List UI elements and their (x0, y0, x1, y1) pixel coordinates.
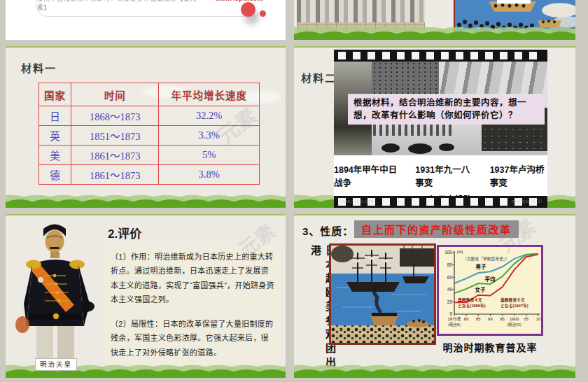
slide-info-partial: 使用中直接删除本页即可！需要更多作品请搜索【聚元素】 www.49pic.com (6, 0, 286, 40)
meiji-emperor-portrait (10, 220, 104, 369)
svg-text:60: 60 (447, 275, 453, 280)
svg-text:1900: 1900 (510, 317, 519, 321)
svg-text:義務教育４年: 義務教育４年 (458, 297, 482, 303)
table-cell: 32.2% (159, 106, 260, 126)
red-dot-small-icon (260, 10, 266, 17)
table-cell: 3.3% (159, 126, 260, 146)
grass-border (6, 192, 286, 208)
svg-text:40: 40 (447, 287, 453, 292)
film-strip: 根据材料，结合明治维新的主要内容，想一想，改革有什么影响（你如何评价它）？ 18… (334, 50, 547, 208)
svg-text:女子: 女子 (475, 286, 486, 293)
slide-paintings-partial (294, 0, 575, 40)
war-event: 1931年九一八事变 (415, 162, 472, 189)
war-event: 1937年卢沟桥事变 (490, 162, 547, 189)
svg-text:0: 0 (449, 311, 452, 316)
svg-text:85: 85 (476, 317, 481, 321)
evaluation-point1: （1）作用：明治维新成为日本历史上的重大转折点。通过明治维新，日本迅速走上了发展… (104, 245, 281, 311)
template-preview-board: 使用中直接删除本页即可！需要更多作品请搜索【聚元素】 www.49pic.com (0, 0, 588, 382)
table-cell: 德 (39, 165, 71, 185)
table-cell: 3.8% (159, 165, 260, 185)
svg-text:80: 80 (447, 262, 453, 267)
nature-title: 3、性质： (302, 223, 354, 238)
historic-photo-collage: 根据材料，结合明治维新的主要内容，想一想，改革有什么影响（你如何评价它）？ (334, 62, 547, 155)
slide-material2: 材料二 根据材料，结合明治维新的主要内容，想一想，改革有什么影响（你如何评价它）… (294, 46, 575, 208)
svg-text:(%): (%) (456, 250, 463, 254)
table-cell: 1861～1873 (71, 146, 159, 165)
film-watermark-right: by:49pic 2020 (511, 199, 542, 204)
svg-text:80: 80 (464, 317, 469, 321)
svg-text:(明治33): (明治33) (507, 322, 522, 327)
svg-text:90: 90 (488, 317, 493, 321)
slide-evaluation: 元素 2.评价 （1）作用：明治维新成为日本历史上的重大转折点。通过明治维新，日… (6, 214, 286, 378)
svg-text:男子: 男子 (476, 264, 486, 270)
film-watermark-left: www.49pic.com (340, 199, 374, 204)
material2-label: 材料二 (301, 70, 337, 85)
departure-painting-large (329, 243, 436, 345)
svg-text:20: 20 (447, 299, 453, 304)
slide-nature: 元素 3、性质： 自上而下的资产阶级性质改革 日本赴欧美参观团出港 (294, 214, 575, 378)
table-row: 德1861～18733.8% (39, 165, 260, 185)
question-box: 根据材料，结合明治维新的主要内容，想一想，改革有什么影响（你如何评价它）？ (348, 94, 545, 125)
evaluation-point2: （2）局限性：日本的改革保留了大量旧制度的残余，军国主义色彩浓厚。它强大起来后，… (104, 312, 281, 365)
table-header-cell: 国家 (39, 83, 71, 106)
svg-text:となる(1886年): となる(1886年) (458, 303, 486, 309)
table-cell: 英 (39, 126, 71, 146)
table-header-cell: 时间 (71, 83, 159, 106)
table-cell: 日 (39, 106, 71, 126)
svg-text:1875年: 1875年 (447, 316, 461, 322)
film-sprocket-bottom: www.49pic.com by:49pic 2020 (334, 196, 547, 208)
growth-table: 国家时间年平均增长速度日1868～187332.2%英1851～18733.3%… (38, 83, 260, 185)
table-row: 美1861～18735% (39, 146, 260, 165)
material1-label: 材料一 (21, 60, 57, 75)
portrait-caption: 明治天皇 (35, 358, 77, 371)
table-cell: 美 (39, 146, 71, 165)
war-event: 1894年甲午中日战争 (334, 162, 398, 189)
table-row: 日1868～187332.2% (39, 106, 260, 126)
grass-border (294, 362, 575, 378)
war-events-line1: 1894年甲午中日战争1931年九一八事变1937年卢沟桥事变 (334, 155, 547, 189)
table-cell: 1851～1873 (71, 126, 159, 146)
grass-border (294, 24, 575, 40)
table-cell: 1868～1873 (71, 106, 159, 126)
slide-material1: 材料一 国家时间年平均增长速度日1868～187332.2%英1851～1873… (6, 46, 286, 208)
svg-text:となる(1907年): となる(1907年) (500, 303, 528, 309)
photo-crowd (372, 62, 439, 94)
svg-text:（文部省『学制百年史』）: （文部省『学制百年史』） (463, 256, 510, 262)
table-row: 英1851～18733.3% (39, 126, 260, 146)
svg-text:平均: 平均 (485, 276, 496, 283)
svg-text:05: 05 (524, 317, 529, 321)
education-rate-chart: 020406080100(%)（文部省『学制百年史』）1875年80859095… (437, 245, 543, 336)
film-sprocket-top (334, 50, 547, 62)
evaluation-title: 2.评价 (108, 224, 141, 241)
table-cell: 5% (159, 146, 260, 165)
table-cell: 1861～1873 (71, 165, 159, 185)
svg-text:10: 10 (536, 317, 541, 321)
events-band: 1894年甲午中日战争1931年九一八事变1937年卢沟桥事变 1945年日本投… (334, 155, 547, 196)
svg-text:100: 100 (444, 250, 452, 255)
red-dot-large-icon (241, 2, 255, 17)
svg-text:95: 95 (500, 317, 505, 321)
table-header-cell: 年平均增长速度 (159, 83, 260, 106)
notice-box: 使用中直接删除本页即可！需要更多作品请搜索【聚元素】 www.49pic.com (36, 0, 263, 17)
usage-notice-text: 使用中直接删除本页即可！需要更多作品请搜索【聚元素】 (37, 0, 202, 12)
svg-text:(明治8): (明治8) (448, 322, 461, 327)
nature-highlight: 自上而下的资产阶级性质改革 (354, 220, 519, 238)
site-url-link[interactable]: www.49pic.com (216, 0, 262, 2)
svg-text:義務教育６年: 義務教育６年 (500, 297, 525, 303)
chart-caption: 明治时期教育普及率 (434, 340, 546, 354)
